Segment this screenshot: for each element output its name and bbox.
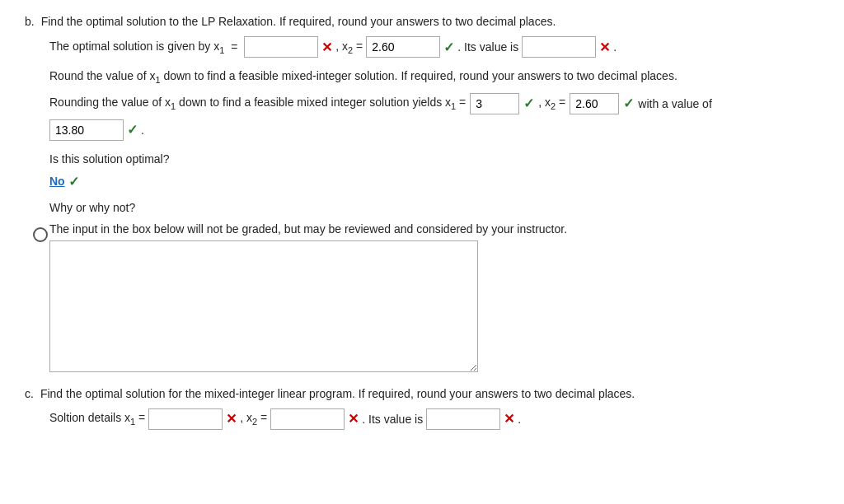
c-value-input[interactable]: [426, 408, 500, 430]
part-b-header: b. Find the optimal solution to the LP R…: [25, 15, 819, 28]
c-x2-input[interactable]: [270, 408, 345, 430]
rounding-x1-sub: 1: [171, 101, 176, 111]
part-b-section: b. Find the optimal solution to the LP R…: [25, 15, 819, 372]
part-c-header: c. Find the optimal solution for the mix…: [25, 387, 819, 400]
line1-eq: =: [227, 40, 241, 54]
c-x1-input[interactable]: [148, 408, 223, 430]
rounding-yields-section: Rounding the value of x1 down to find a …: [25, 93, 819, 141]
rounding-x1-sub2: 1: [451, 101, 456, 111]
is-optimal-question: Is this solution optimal?: [25, 152, 819, 166]
answer-no-row: No ✓: [25, 174, 819, 189]
obj-value-row: ✓ .: [49, 119, 819, 141]
no-check-icon: ✓: [68, 174, 79, 189]
obj-dot: .: [141, 124, 144, 137]
why-label-row: Why or why not?: [25, 201, 819, 214]
solution-pre: Soltion details x1 =: [49, 411, 145, 427]
c-x1-x-icon: ✕: [226, 411, 237, 427]
line1-end-dot: .: [613, 40, 617, 54]
x2-sub: 2: [348, 44, 353, 54]
line1-x2-label: , x2 =: [335, 40, 363, 55]
x1-sub: 1: [219, 44, 224, 54]
sol-x2-label: , x2 =: [240, 411, 267, 427]
optimal-solution-row: The optimal solution is given by x1 = ✕ …: [25, 36, 819, 58]
value-input[interactable]: [522, 36, 596, 58]
c-value-x-icon: ✕: [504, 411, 514, 427]
line1-pre: The optimal solution is given by x1: [49, 40, 224, 55]
part-c-section: c. Find the optimal solution for the mix…: [25, 387, 819, 430]
x2-rnd-check-icon: ✓: [623, 96, 634, 111]
rounding-x2-label: , x2 =: [538, 96, 565, 111]
c-x2-x-icon: ✕: [348, 411, 359, 427]
c-dot-end: .: [518, 413, 521, 426]
part-b-intro: Find the optimal solution to the LP Rela…: [41, 15, 556, 28]
x2-check-icon: ✓: [443, 40, 454, 55]
part-c-label: c.: [25, 387, 34, 400]
sol-x1-sub: 1: [130, 417, 135, 427]
rounding-pre: Rounding the value of x1 down to find a …: [49, 96, 466, 111]
rounding-x2-sub: 2: [551, 101, 556, 111]
line1-its: . Its value is: [457, 40, 518, 54]
with-value-of-text: with a value of: [638, 97, 712, 110]
sol-x2-sub: 2: [252, 417, 257, 427]
why-label-text: Why or why not?: [49, 201, 135, 214]
circle-marker: [33, 227, 48, 242]
x1-input[interactable]: [244, 36, 318, 58]
answer-no-text: No: [49, 175, 65, 188]
x1-rounded-input[interactable]: [470, 93, 519, 114]
x1-x-icon: ✕: [321, 40, 332, 55]
obj-check-icon: ✓: [127, 122, 138, 138]
is-optimal-text: Is this solution optimal?: [49, 152, 170, 166]
why-textarea[interactable]: [49, 240, 478, 372]
part-b-label: b.: [25, 15, 35, 28]
part-c-intro: Find the optimal solution for the mixed-…: [40, 387, 635, 400]
round-text: Round the value of x1 down to find a fea…: [49, 69, 678, 85]
x2-input[interactable]: [366, 36, 440, 58]
rounding-row: Rounding the value of x1 down to find a …: [49, 93, 819, 114]
c-its-value: . Its value is: [362, 413, 423, 426]
obj-value-input[interactable]: [49, 119, 124, 141]
x2-rounded-input[interactable]: [570, 93, 619, 114]
ungraded-note-text: The input in the box below will not be g…: [49, 222, 567, 236]
round-explanation: Round the value of x1 down to find a fea…: [25, 69, 819, 85]
part-c-solution-row: Soltion details x1 = ✕ , x2 = ✕ . Its va…: [25, 408, 819, 430]
round-x1-sub: 1: [155, 75, 160, 85]
ungraded-note-row: The input in the box below will not be g…: [25, 222, 819, 372]
value-x-icon: ✕: [599, 40, 610, 55]
x1-rnd-check-icon: ✓: [523, 96, 534, 111]
